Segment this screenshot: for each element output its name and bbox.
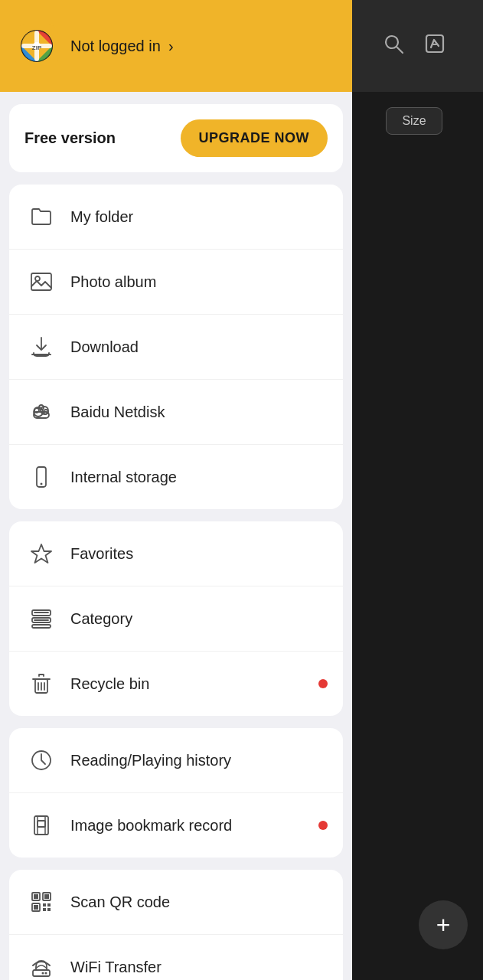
menu-item-image-bookmark[interactable]: Image bookmark record (9, 793, 343, 858)
category-label: Category (70, 610, 328, 628)
reading-history-label: Reading/Playing history (70, 752, 328, 769)
cloud-icon (24, 395, 58, 429)
svg-marker-19 (31, 544, 51, 563)
wifi-icon (24, 950, 58, 980)
svg-text:ZIP: ZIP (32, 44, 42, 51)
download-icon (24, 330, 58, 364)
upgrade-now-button[interactable]: UPGRADE NOW (181, 119, 328, 157)
menu-item-recycle-bin[interactable]: Recycle bin (9, 652, 343, 716)
svg-point-10 (35, 276, 40, 281)
photo-icon (24, 265, 58, 299)
svg-rect-9 (31, 273, 51, 290)
menu-item-favorites[interactable]: Favorites (9, 521, 343, 586)
svg-rect-38 (47, 903, 51, 906)
login-status[interactable]: Not logged in › (70, 38, 174, 55)
recycle-bin-label: Recycle bin (70, 675, 328, 693)
svg-rect-39 (43, 908, 46, 911)
svg-rect-40 (47, 908, 51, 911)
category-icon (24, 602, 58, 635)
menu-item-photo-album[interactable]: Photo album (9, 250, 343, 315)
photo-album-label: Photo album (70, 273, 328, 291)
qr-icon (24, 885, 58, 919)
svg-point-42 (45, 972, 47, 975)
scan-qr-label: Scan QR code (70, 893, 328, 911)
menu-item-reading-history[interactable]: Reading/Playing history (9, 728, 343, 793)
svg-rect-41 (33, 970, 50, 976)
svg-point-18 (41, 483, 43, 485)
svg-rect-35 (44, 894, 49, 899)
favorites-label: Favorites (70, 545, 328, 563)
svg-rect-37 (43, 903, 46, 906)
history-icon (24, 743, 58, 777)
svg-rect-36 (34, 905, 38, 910)
size-label: Size (386, 107, 442, 135)
menu-item-my-folder[interactable]: My folder (9, 185, 343, 250)
main-panel: Free version UPGRADE NOW My folder Photo… (0, 92, 352, 980)
image-bookmark-dot (318, 821, 328, 830)
svg-point-43 (42, 972, 44, 975)
header: ZIP Not logged in › (0, 0, 352, 92)
header-icons (345, 0, 483, 92)
history-group: Reading/Playing history Image bookmark r… (9, 728, 343, 858)
image-bookmark-label: Image bookmark record (70, 817, 328, 835)
edit-icon[interactable] (423, 32, 446, 60)
storage-group: My folder Photo album Download (9, 185, 343, 509)
app-logo: ZIP (15, 24, 58, 67)
trash-icon (24, 667, 58, 701)
internal-storage-label: Internal storage (70, 469, 328, 486)
my-folder-label: My folder (70, 208, 328, 226)
not-logged-in-label: Not logged in (70, 38, 161, 55)
tools-group: Scan QR code WiFi Transfer (9, 870, 343, 980)
svg-rect-22 (32, 625, 51, 628)
star-icon (24, 537, 58, 570)
svg-line-7 (397, 47, 403, 53)
svg-rect-34 (34, 894, 38, 899)
download-label: Download (70, 338, 328, 356)
phone-icon (24, 460, 58, 494)
bookmark-icon (24, 808, 58, 842)
search-icon[interactable] (382, 32, 405, 60)
menu-item-baidu-netdisk[interactable]: Baidu Netdisk (9, 380, 343, 445)
svg-rect-30 (38, 821, 45, 827)
svg-rect-29 (34, 816, 48, 835)
size-label-area: Size (345, 107, 483, 135)
wifi-transfer-label: WiFi Transfer (70, 959, 328, 976)
header-chevron: › (168, 38, 174, 55)
menu-item-download[interactable]: Download (9, 315, 343, 380)
upgrade-card: Free version UPGRADE NOW (9, 104, 343, 172)
folder-icon (24, 200, 58, 234)
menu-item-wifi-transfer[interactable]: WiFi Transfer (9, 935, 343, 980)
recycle-bin-dot (318, 679, 328, 688)
menu-item-category[interactable]: Category (9, 586, 343, 652)
menu-item-scan-qr[interactable]: Scan QR code (9, 870, 343, 935)
menu-item-internal-storage[interactable]: Internal storage (9, 445, 343, 509)
baidu-netdisk-label: Baidu Netdisk (70, 403, 328, 421)
fab-button[interactable]: + (419, 900, 468, 949)
free-version-label: Free version (24, 129, 116, 147)
organize-group: Favorites Category (9, 521, 343, 716)
